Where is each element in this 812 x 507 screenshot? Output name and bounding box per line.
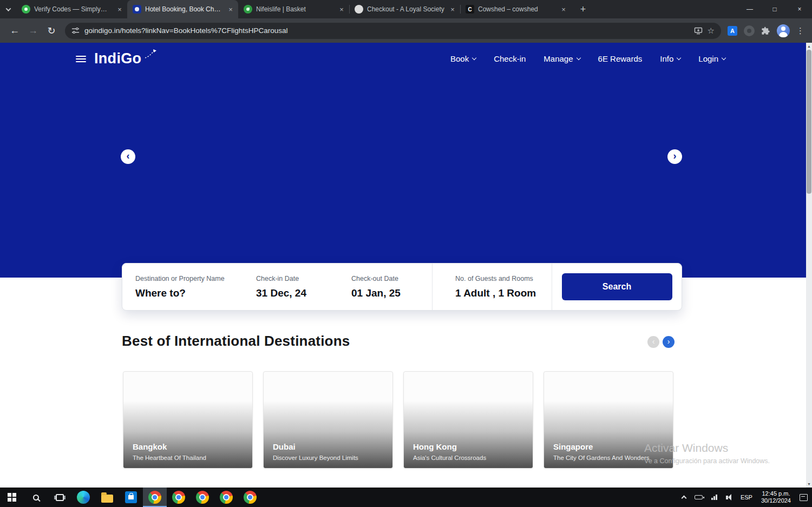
site-settings-tune-icon[interactable] (71, 27, 80, 35)
destination-card-hong-kong[interactable]: Hong Kong Asia's Cultural Crossroads (403, 371, 533, 469)
volume-indicator[interactable] (722, 488, 736, 507)
install-app-icon[interactable] (694, 27, 703, 35)
store-icon (125, 491, 137, 503)
chrome-taskbar-button-active[interactable] (143, 488, 167, 507)
nav-item-6e-rewards[interactable]: 6E Rewards (598, 54, 643, 63)
destination-value: Where to? (135, 287, 256, 299)
reload-button[interactable]: ↻ (42, 22, 61, 40)
forward-button[interactable]: → (24, 22, 42, 40)
nav-item-checkin[interactable]: Check-in (494, 54, 526, 63)
hero-banner: IndiGo Book Check-in Manage 6E Rewards I… (0, 43, 812, 278)
chrome-icon (196, 491, 209, 504)
address-bar[interactable]: goindigo.in/hotels?linkNav=BookHotels%7C… (65, 23, 721, 39)
page-scrollbar[interactable]: ▲ ▼ (806, 43, 812, 488)
chevron-down-icon (472, 55, 476, 60)
system-tray: ESP 12:45 p.m. 30/12/2024 (678, 488, 812, 507)
tab-close-icon[interactable]: × (559, 5, 568, 14)
desktop-screen: Verify Codes — SimplyCodes × Hotel Booki… (0, 0, 812, 507)
battery-indicator[interactable] (690, 488, 707, 507)
task-view-button[interactable] (48, 488, 71, 507)
language-indicator[interactable]: ESP (736, 488, 757, 507)
checkout-date-field[interactable]: Check-out Date 01 Jan, 25 (351, 264, 432, 310)
tab-title: Verify Codes — SimplyCodes (34, 5, 112, 13)
profile-avatar[interactable] (777, 24, 790, 37)
carousel-next-button[interactable]: › (667, 149, 682, 164)
destination-card-bangkok[interactable]: Bangkok The Heartbeat Of Thailand (123, 371, 253, 469)
nav-item-info[interactable]: Info (660, 54, 680, 63)
carousel-prev-button[interactable]: ‹ (121, 149, 135, 164)
action-center-button[interactable] (795, 488, 812, 507)
tab-close-icon[interactable]: × (337, 5, 346, 14)
search-button[interactable]: Search (562, 273, 672, 300)
browser-tab-cowshed[interactable]: C Cowshed – cowshed × (460, 0, 571, 18)
tab-search-button[interactable] (0, 0, 16, 18)
tab-close-icon[interactable]: × (448, 5, 457, 14)
guests-rooms-field[interactable]: No. of Guests and Rooms 1 Adult , 1 Room (433, 264, 552, 310)
extensions-puzzle-icon[interactable] (761, 26, 770, 35)
hotel-search-card: Destination or Property Name Where to? C… (122, 263, 682, 311)
chrome-taskbar-button-3[interactable] (191, 488, 214, 507)
destinations-next-button[interactable]: › (663, 336, 675, 348)
tab-close-icon[interactable]: × (226, 5, 235, 14)
nav-label: 6E Rewards (598, 54, 643, 63)
guests-label: No. of Guests and Rooms (455, 275, 552, 282)
bookmark-star-icon[interactable]: ☆ (708, 26, 715, 36)
tab-close-icon[interactable]: × (115, 5, 124, 14)
file-explorer-button[interactable] (95, 488, 119, 507)
site-header: IndiGo Book Check-in Manage 6E Rewards I… (76, 50, 725, 67)
card-city-name: Singapore (553, 442, 667, 451)
hamburger-menu-icon[interactable] (76, 54, 86, 64)
scroll-down-arrow[interactable]: ▼ (806, 480, 812, 488)
browser-tab-hotel-booking[interactable]: Hotel Booking, Book Cheap, Bu × (127, 0, 238, 18)
notification-icon (800, 494, 808, 501)
taskbar-search-button[interactable] (24, 488, 48, 507)
browser-tab-checkout[interactable]: Checkout - A Loyal Society × (349, 0, 460, 18)
browser-menu-icon[interactable]: ⋮ (796, 26, 804, 36)
nifeislife-favicon (244, 5, 252, 14)
chevron-down-icon (5, 6, 11, 11)
loyalsociety-favicon (355, 5, 363, 14)
extension-icon[interactable] (744, 25, 755, 36)
indigo-logo-text: IndiGo (94, 50, 141, 67)
indigo-favicon (133, 5, 141, 14)
folder-icon (101, 495, 113, 503)
nav-item-manage[interactable]: Manage (543, 54, 580, 63)
scroll-up-arrow[interactable]: ▲ (806, 43, 812, 50)
checkin-value: 31 Dec, 24 (256, 287, 351, 299)
browser-tab-simplycodes[interactable]: Verify Codes — SimplyCodes × (16, 0, 127, 18)
window-maximize-button[interactable]: □ (762, 0, 787, 18)
nav-item-book[interactable]: Book (450, 54, 476, 63)
microsoft-store-button[interactable] (119, 488, 143, 507)
simplycodes-favicon (22, 5, 30, 14)
chrome-icon (244, 491, 257, 504)
back-button[interactable]: ← (5, 22, 24, 40)
destination-field[interactable]: Destination or Property Name Where to? (122, 264, 256, 310)
taskbar-app-edge[interactable] (71, 488, 95, 507)
start-button[interactable] (0, 488, 24, 507)
scrollbar-thumb[interactable] (807, 50, 811, 194)
destination-card-singapore[interactable]: Singapore The City Of Gardens And Wonder… (543, 371, 673, 469)
network-indicator[interactable] (707, 488, 722, 507)
chrome-icon (148, 491, 161, 504)
indigo-logo[interactable]: IndiGo (94, 50, 158, 67)
destinations-prev-button[interactable]: ‹ (647, 336, 659, 348)
taskbar-clock[interactable]: 12:45 p.m. 30/12/2024 (757, 490, 795, 504)
destinations-carousel-controls: ‹ › (647, 336, 675, 348)
nav-label: Book (450, 54, 469, 63)
destination-card-dubai[interactable]: Dubai Discover Luxury Beyond Limits (263, 371, 393, 469)
new-tab-button[interactable]: + (575, 2, 591, 17)
tray-expand-button[interactable] (678, 488, 690, 507)
browser-tab-nifeislife[interactable]: Nifeislife | Basket × (238, 0, 349, 18)
window-close-button[interactable]: × (787, 0, 812, 18)
battery-icon (695, 495, 703, 499)
tab-title: Nifeislife | Basket (256, 5, 333, 13)
destination-label: Destination or Property Name (135, 275, 256, 282)
window-minimize-button[interactable]: — (737, 0, 762, 18)
chrome-taskbar-button-4[interactable] (214, 488, 238, 507)
chrome-taskbar-button-2[interactable] (167, 488, 191, 507)
translate-icon[interactable] (728, 26, 737, 36)
chrome-taskbar-button-5[interactable] (238, 488, 262, 507)
checkin-date-field[interactable]: Check-in Date 31 Dec, 24 (256, 264, 351, 310)
checkout-label: Check-out Date (351, 275, 432, 282)
nav-item-login[interactable]: Login (698, 54, 725, 63)
